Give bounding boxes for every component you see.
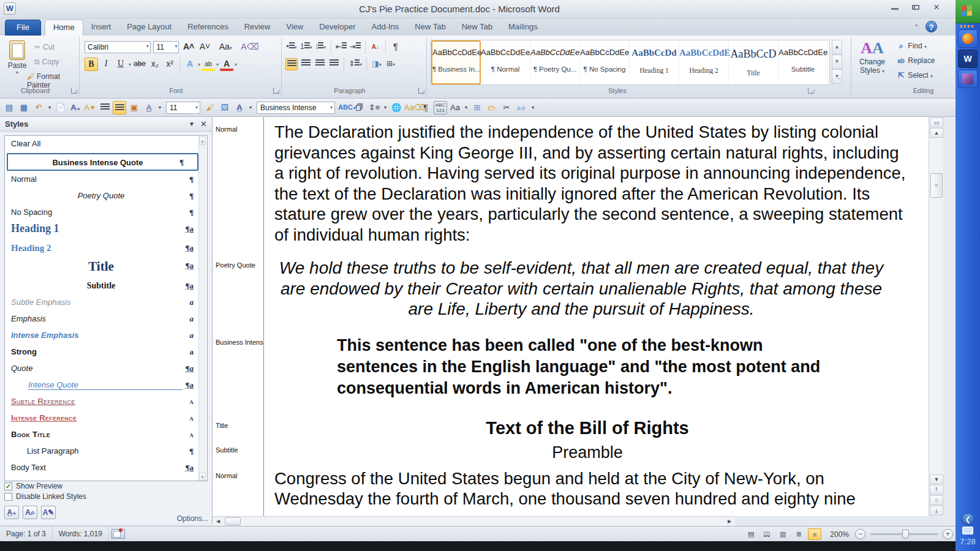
styles-pane-menu-icon[interactable]: ▼ [189, 121, 195, 127]
style-item-heading-2[interactable]: Heading 2¶a [5, 240, 207, 258]
paragraph-text[interactable]: Congress of the United States begun and … [263, 468, 913, 509]
bold-button[interactable]: B [85, 58, 98, 71]
change-case-dropdown[interactable]: ▾ [463, 101, 469, 114]
gallery-more-button[interactable]: ▼̲ [832, 69, 842, 84]
picture-icon[interactable]: 🖼 [218, 101, 232, 114]
increase-indent-button[interactable]: ⇥ [349, 41, 361, 53]
shading-button[interactable]: ◨▾ [371, 58, 383, 70]
paragraph-text[interactable]: Preamble [263, 443, 900, 463]
gallery-scroll-down[interactable]: ▼ [832, 54, 842, 69]
style-item-book-title[interactable]: Book Titlea [5, 427, 207, 443]
open-folder-icon[interactable]: 🗁 [485, 101, 499, 114]
line-spacing-button[interactable]: ⇕▾ [348, 58, 363, 70]
style-item-list-paragraph[interactable]: List Paragraph¶ [5, 443, 207, 460]
hyperlink-icon[interactable]: 🌐 [390, 101, 403, 114]
minimize-button[interactable] [887, 2, 903, 13]
zoom-slider[interactable] [870, 533, 938, 535]
shrink-font-button[interactable]: A˅ [198, 42, 212, 51]
previous-page-button[interactable]: ⤒ [930, 485, 943, 495]
bullets-button[interactable]: •▾ [285, 41, 298, 53]
change-case-toolbar-icon[interactable]: Aa [448, 101, 462, 114]
style-item-poetry-quote[interactable]: Poetry Quote¶ [5, 188, 207, 204]
select-button[interactable]: ⇱ Select ▾ [896, 71, 933, 80]
font-color-toolbar-icon[interactable]: A̲ [233, 101, 246, 114]
font-size-combo[interactable]: 11▾ [153, 41, 179, 53]
align-left-toolbar-icon[interactable] [98, 101, 111, 114]
gallery-item-no-spacing[interactable]: AaBbCcDdEe ¶ No Spacing [580, 40, 630, 84]
taskbar-firefox-button[interactable] [958, 29, 978, 48]
numbering-button[interactable]: 1▾ [300, 41, 313, 53]
font-color-dropdown[interactable]: ▾ [247, 101, 254, 114]
disable-linked-styles-checkbox[interactable]: Disable Linked Styles [4, 492, 208, 501]
display-tray-icon[interactable] [962, 527, 973, 534]
font-scheme-dropdown[interactable]: ▾ [157, 101, 163, 114]
number-format-icon[interactable]: ABC123 [434, 101, 447, 114]
text-effects-button[interactable]: A [183, 58, 197, 71]
style-item-intense-quote[interactable]: Intense Quote¶a [5, 377, 207, 394]
superscript-button[interactable]: x² [163, 58, 176, 71]
clear-all-item[interactable]: Clear All [5, 136, 207, 152]
style-inspector-button[interactable]: A⌕ [23, 506, 37, 519]
align-justify-toolbar-icon[interactable] [113, 101, 126, 114]
toolbar-options-icon[interactable]: ▾ [529, 101, 537, 114]
print-layout-view-button[interactable]: ▤ [744, 528, 758, 540]
show-preview-checkbox[interactable]: ✓Show Preview [4, 482, 208, 490]
tab-view[interactable]: View [278, 20, 311, 36]
style-item-subtle-reference[interactable]: Subtle Referencea [5, 394, 207, 410]
word-count[interactable]: Words: 1,019 [53, 527, 109, 542]
grow-font-button[interactable]: A˄ [182, 42, 195, 51]
taskbar-app-button[interactable] [958, 70, 978, 88]
document-canvas[interactable]: Normal The Declaration justified the ind… [213, 117, 929, 516]
undo-dropdown-icon[interactable]: ▾ [47, 101, 53, 114]
font-color-button[interactable]: A [220, 58, 233, 71]
spell-check-icon[interactable]: ABC✓ [338, 101, 352, 114]
tab-insert[interactable]: Insert [83, 20, 119, 36]
full-screen-reading-view-button[interactable]: 🕮 [760, 528, 774, 540]
style-item-strong[interactable]: Stronga [5, 344, 207, 361]
show-hide-pilcrow-button[interactable]: ¶ [390, 41, 402, 53]
change-styles-button[interactable]: AA Change Styles ▾ [854, 39, 890, 93]
permission-icon[interactable]: ▦ [17, 101, 31, 114]
horizontal-scrollbar[interactable]: ◀ ▶ [213, 516, 735, 526]
zoom-slider-thumb[interactable] [902, 530, 909, 539]
styles-list-scrollbar[interactable]: ▲ ▼ [198, 137, 206, 481]
find-toolbar-icon[interactable]: ⌕⌕ [514, 101, 528, 114]
clipboard-dialog-launcher[interactable] [71, 88, 77, 94]
clear-formatting-button[interactable]: A⌫ [239, 42, 260, 51]
new-style-button[interactable]: A̲₊ [4, 506, 19, 519]
align-left-button[interactable] [285, 58, 298, 70]
gallery-item-heading-2[interactable]: AaBbCcDdE Heading 2 [679, 40, 729, 84]
scroll-right-arrow[interactable]: ▶ [725, 517, 734, 525]
style-item-body-text[interactable]: Body Text¶a [5, 460, 207, 476]
collapse-ribbon-icon[interactable]: ⌃ [911, 23, 921, 32]
paragraph-dialog-launcher[interactable] [418, 88, 424, 94]
restore-button[interactable] [908, 2, 924, 13]
borders-button[interactable]: ⊞▾ [385, 58, 397, 70]
style-item-intense-reference[interactable]: Intense Referencea [5, 410, 207, 427]
draft-view-button[interactable]: ≡ [808, 528, 821, 540]
next-page-button[interactable]: ⤓ [930, 506, 943, 515]
align-right-button[interactable] [314, 58, 326, 70]
style-item-business-intense-quote[interactable]: Business Intense Quote¶ [7, 153, 198, 171]
font-dialog-launcher[interactable] [273, 88, 279, 94]
cut-button[interactable]: ✂Cut [34, 43, 55, 51]
gallery-item-subtitle[interactable]: AaBbCcDdEe Subtitle [778, 40, 828, 84]
highlight-button[interactable]: ab [202, 58, 215, 71]
strikethrough-button[interactable]: abe [132, 58, 147, 71]
ruler-toggle-icon[interactable]: ▭ [930, 118, 943, 127]
taskbar-clock[interactable]: 7:28 [956, 537, 980, 551]
format-brush-icon[interactable]: 🖌 [203, 101, 217, 114]
decrease-indent-button[interactable]: ⇤ [335, 41, 347, 53]
gallery-item-title[interactable]: AaBbCcD Title [729, 40, 778, 84]
vertical-scroll-thumb[interactable] [930, 173, 943, 198]
start-button[interactable] [956, 0, 980, 23]
style-item-subtle-emphasis[interactable]: Subtle Emphasisa [5, 294, 207, 311]
scroll-up-arrow[interactable]: ▲ [930, 128, 943, 138]
styles-pane-close-icon[interactable]: ✕ [200, 119, 207, 129]
scroll-up-icon[interactable]: ▲ [199, 137, 206, 145]
styles-pane-header[interactable]: Styles ▼ ✕ [0, 117, 212, 132]
tab-developer[interactable]: Developer [311, 20, 363, 36]
style-combo[interactable]: Business Intense▾ [257, 102, 335, 114]
multilevel-list-button[interactable]: ⁝▾ [315, 41, 327, 53]
tab-mailings[interactable]: Mailings [500, 20, 546, 36]
